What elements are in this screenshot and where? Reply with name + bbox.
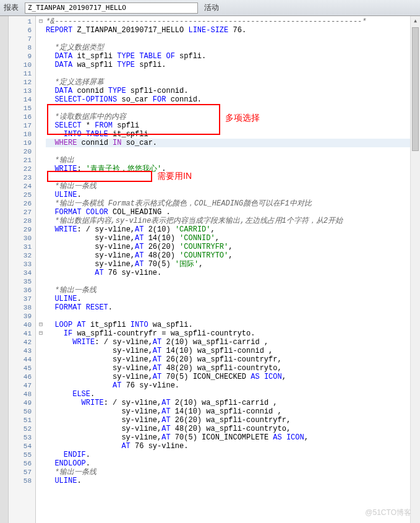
line-number: 57 — [9, 468, 35, 477]
code-line[interactable]: *输出一条线 — [46, 286, 420, 295]
code-line[interactable] — [46, 35, 420, 43]
code-line[interactable]: *输出一条横线 Format表示格式化颜色，COL_HEADING颜色可以在F1… — [46, 199, 420, 208]
line-number: 49 — [9, 399, 35, 407]
code-line[interactable]: *读取数据库中的内容 — [46, 113, 420, 121]
fold-toggle — [36, 433, 46, 442]
fold-toggle[interactable]: ⊟ — [36, 17, 46, 26]
code-line[interactable]: FORMAT RESET. — [46, 303, 420, 312]
line-number: 45 — [9, 364, 35, 373]
code-line[interactable]: *输出数据库内容,sy-vline表示把内容当成字段来输出,左边线占用1个字符，… — [46, 217, 420, 225]
fold-toggle — [36, 260, 46, 269]
code-line[interactable]: SELECT * FROM spfli — [46, 121, 420, 130]
code-line[interactable]: LOOP AT it_spfli INTO wa_spfli. — [46, 321, 420, 329]
code-line[interactable]: DATA wa_spfli TYPE spfli. — [46, 61, 420, 69]
code-line[interactable]: sy-vline,AT 48(20) 'COUNTRYTO', — [46, 251, 420, 260]
code-line[interactable]: WRITE: / sy-vline,AT 2(10) 'CARRID', — [46, 225, 420, 234]
code-line[interactable]: REPORT Z_TIANPAN_20190717_HELLO LINE-SIZ… — [46, 26, 420, 35]
code-line[interactable]: sy-vline,AT 14(10) 'CONNID', — [46, 234, 420, 243]
line-number-gutter: 1678910111213141516171819202122232425262… — [9, 16, 36, 523]
code-line[interactable]: WHERE connid IN so_car. — [46, 139, 420, 147]
code-line[interactable]: *定义数据类型 — [46, 43, 420, 52]
code-line[interactable]: *输出 — [46, 156, 420, 165]
fold-toggle — [36, 451, 46, 459]
code-line[interactable]: sy-vline,AT 14(10) wa_spfli-connid , — [46, 347, 420, 355]
marker-gutter — [0, 16, 9, 523]
code-line[interactable]: sy-vline,AT 26(20) wa_spfli-countryfr, — [46, 355, 420, 364]
code-line[interactable] — [46, 69, 420, 78]
line-number: 15 — [9, 104, 35, 113]
fold-toggle — [36, 191, 46, 199]
code-line[interactable]: INTO TABLE it_spfli — [46, 130, 420, 139]
fold-toggle — [36, 225, 46, 234]
code-line[interactable]: AT 76 sy-vline. — [46, 442, 420, 451]
line-number: 46 — [9, 373, 35, 381]
code-line[interactable]: ULINE. — [46, 295, 420, 303]
code-area[interactable]: 多项选择 需要用IN *&---------------------------… — [46, 16, 420, 523]
fold-toggle — [36, 26, 46, 35]
line-number: 44 — [9, 355, 35, 364]
code-line[interactable]: sy-vline,AT 14(10) wa_spfli-connid , — [46, 407, 420, 416]
line-number: 53 — [9, 433, 35, 442]
line-number: 25 — [9, 191, 35, 199]
status-label: 活动 — [204, 2, 219, 13]
code-line[interactable]: WRITE: '青青子衿，悠悠我心'. — [46, 165, 420, 173]
fold-toggle — [36, 208, 46, 217]
code-line[interactable]: ELSE. — [46, 390, 420, 399]
code-line[interactable]: sy-vline,AT 26(20) wa_spfli-countryfr, — [46, 416, 420, 425]
fold-toggle[interactable]: ⊟ — [36, 329, 46, 338]
code-line[interactable] — [46, 104, 420, 113]
line-number: 20 — [9, 147, 35, 156]
code-line[interactable]: *输出一条线 — [46, 182, 420, 191]
code-line[interactable]: SELECT-OPTIONS so_car FOR connid. — [46, 95, 420, 104]
code-line[interactable]: sy-vline,AT 70(5) ICON_CHECKED AS ICON, — [46, 373, 420, 381]
fold-toggle — [36, 234, 46, 243]
code-line[interactable] — [46, 312, 420, 321]
fold-toggle — [36, 113, 46, 121]
code-line[interactable]: sy-vline,AT 70(5) '国际', — [46, 260, 420, 269]
line-number: 58 — [9, 477, 35, 485]
code-line[interactable]: *&--------------------------------------… — [46, 17, 420, 26]
fold-toggle — [36, 338, 46, 347]
line-number: 29 — [9, 225, 35, 234]
fold-toggle — [36, 78, 46, 87]
fold-toggle — [36, 130, 46, 139]
code-line[interactable]: *定义选择屏幕 — [46, 78, 420, 87]
line-number: 22 — [9, 165, 35, 173]
line-number: 14 — [9, 95, 35, 104]
code-line[interactable]: WRITE: / sy-vline,AT 2(10) wa_spfli-carr… — [46, 338, 420, 347]
fold-toggle — [36, 373, 46, 381]
code-line[interactable]: sy-vline,AT 26(20) 'COUNTRYFR', — [46, 243, 420, 251]
fold-column: ⊟⊟⊟ — [36, 16, 46, 523]
program-name-input[interactable] — [25, 2, 198, 14]
code-line[interactable]: ENDIF. — [46, 451, 420, 459]
line-number: 16 — [9, 113, 35, 121]
code-editor[interactable]: 1678910111213141516171819202122232425262… — [0, 16, 420, 523]
code-line[interactable]: ULINE. — [46, 191, 420, 199]
code-line[interactable] — [46, 277, 420, 286]
code-line[interactable] — [46, 173, 420, 182]
fold-toggle — [36, 43, 46, 52]
vertical-scrollbar[interactable]: ▴ — [410, 16, 420, 523]
fold-toggle[interactable]: ⊟ — [36, 321, 46, 329]
code-line[interactable]: sy-vline,AT 48(20) wa_spfli-countryto, — [46, 425, 420, 433]
code-line[interactable]: ENDLOOP. — [46, 459, 420, 468]
line-number: 7 — [9, 35, 35, 43]
code-line[interactable]: DATA connid TYPE spfli-connid. — [46, 87, 420, 95]
code-line[interactable]: DATA it_spfli TYPE TABLE OF spfli. — [46, 52, 420, 61]
code-line[interactable] — [46, 147, 420, 156]
code-line[interactable]: sy-vline,AT 70(5) ICON_INCOMPLETE AS ICO… — [46, 433, 420, 442]
fold-toggle — [36, 35, 46, 43]
scroll-up-icon[interactable]: ▴ — [411, 16, 420, 26]
code-line[interactable]: sy-vline,AT 48(20) wa_spfli-countryto, — [46, 364, 420, 373]
line-number: 52 — [9, 425, 35, 433]
fold-toggle — [36, 69, 46, 78]
code-line[interactable]: WRITE: / sy-vline,AT 2(10) wa_spfli-carr… — [46, 399, 420, 407]
code-line[interactable]: FORMAT COLOR COL_HEADING . — [46, 208, 420, 217]
code-line[interactable]: *输出一条线 — [46, 468, 420, 477]
code-line[interactable]: ULINE. — [46, 477, 420, 485]
code-line[interactable]: IF wa_spfli-countryfr = wa_spfli-country… — [46, 329, 420, 338]
code-line[interactable]: AT 76 sy-vline. — [46, 269, 420, 277]
code-line[interactable]: AT 76 sy-vline. — [46, 381, 420, 390]
scroll-thumb[interactable] — [412, 27, 419, 151]
line-number: 51 — [9, 416, 35, 425]
